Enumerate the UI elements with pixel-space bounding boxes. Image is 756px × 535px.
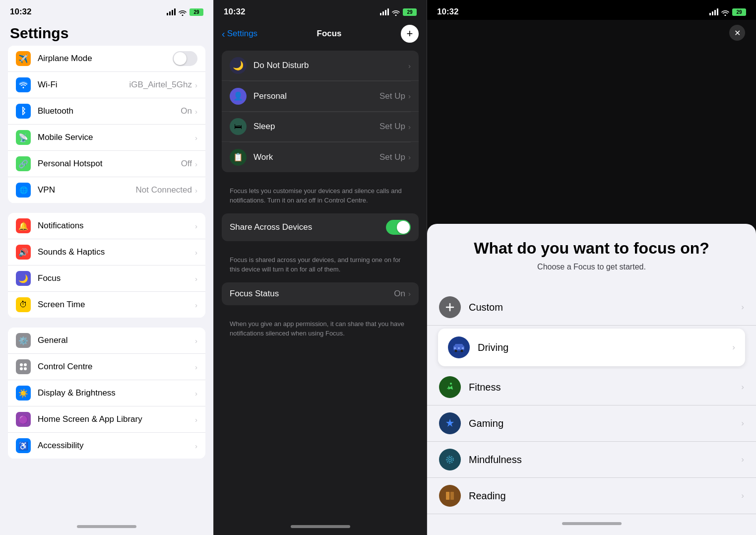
settings-group-general: ⚙️ General › Control Centre › <box>8 328 205 459</box>
screentime-chevron: › <box>195 301 197 309</box>
airplane-toggle[interactable] <box>173 51 197 66</box>
gaming-option-icon <box>439 412 461 434</box>
sounds-label: Sounds & Haptics <box>38 247 195 257</box>
dnd-label: Do Not Disturb <box>253 61 408 70</box>
sleep-focus-icon: 🛏 <box>230 118 247 135</box>
focus-icon: 🌙 <box>16 271 31 286</box>
focus-choice-modal: What do you want to focus on? Choose a F… <box>427 224 756 535</box>
bluetooth-value: On <box>181 106 192 116</box>
settings-item-accessibility[interactable]: ♿ Accessibility › <box>8 433 205 459</box>
vpn-icon: 🌐 <box>16 183 31 198</box>
home-indicator-3 <box>562 522 622 525</box>
add-focus-button[interactable]: + <box>401 25 419 43</box>
svg-point-11 <box>450 383 452 385</box>
back-to-settings-button[interactable]: ‹ Settings <box>222 28 257 40</box>
focus-nav-header: ‹ Settings Focus + <box>214 20 427 47</box>
notifications-label: Notifications <box>38 221 195 231</box>
reading-option-icon <box>439 485 461 507</box>
focus-status-item[interactable]: Focus Status On › <box>222 282 419 305</box>
svg-point-3 <box>24 367 27 370</box>
share-across-label: Share Across Devices <box>230 222 386 232</box>
custom-option-icon <box>439 296 461 318</box>
home-indicator-2 <box>291 525 350 528</box>
svg-point-2 <box>20 367 23 370</box>
focus-option-custom[interactable]: Custom › <box>427 289 756 326</box>
focus-item-work[interactable]: 📋 Work Set Up › <box>222 142 419 172</box>
settings-item-screentime[interactable]: ⏱ Screen Time › <box>8 292 205 318</box>
focus-option-mindfulness[interactable]: Mindfulness › <box>427 442 756 478</box>
homescreen-icon: 🟣 <box>16 412 31 427</box>
svg-rect-5 <box>455 344 463 347</box>
dnd-icon: 🌙 <box>230 57 247 74</box>
settings-page-title: Settings <box>10 25 203 42</box>
gaming-option-label: Gaming <box>469 418 741 429</box>
sleep-chevron: › <box>408 123 411 131</box>
focus-option-reading[interactable]: Reading › <box>427 478 756 514</box>
focus-option-gaming[interactable]: Gaming › <box>427 405 756 442</box>
settings-item-sounds[interactable]: 🔊 Sounds & Haptics › <box>8 239 205 266</box>
vpn-label: VPN <box>38 185 136 195</box>
svg-point-1 <box>24 363 27 366</box>
controlcentre-icon <box>16 359 31 374</box>
focus-panel: 10:32 29 ‹ Settings Focus + <box>213 0 427 535</box>
general-chevron: › <box>195 336 197 345</box>
focus-status-value: On <box>394 289 405 299</box>
driving-option-wrapper: Driving › <box>427 326 756 369</box>
display-icon: ☀️ <box>16 386 31 401</box>
battery-icon-3: 29 <box>732 8 746 16</box>
fitness-option-icon <box>439 376 461 398</box>
sleep-label: Sleep <box>253 122 379 132</box>
focus-info-text: Focus lets you customise your devices an… <box>222 182 419 213</box>
reading-option-label: Reading <box>469 490 741 502</box>
wifi-icon-2 <box>392 9 400 15</box>
share-across-toggle[interactable] <box>386 220 411 235</box>
settings-item-bluetooth[interactable]: ᛒ Bluetooth On › <box>8 98 205 125</box>
settings-item-focus[interactable]: 🌙 Focus › <box>8 266 205 292</box>
svg-rect-10 <box>462 347 464 349</box>
focus-option-driving[interactable]: Driving › <box>438 329 745 366</box>
settings-item-airplane[interactable]: ✈️ Airplane Mode <box>8 46 205 72</box>
work-label: Work <box>253 152 379 162</box>
sleep-value: Set Up <box>379 122 405 132</box>
status-icons-2: 29 <box>380 8 417 16</box>
modal-bottom <box>427 514 756 535</box>
focus-option-fitness[interactable]: Fitness › <box>427 369 756 405</box>
status-bar-3: 10:32 29 <box>427 0 756 20</box>
settings-item-vpn[interactable]: 🌐 VPN Not Connected › <box>8 177 205 203</box>
battery-icon-1: 29 <box>189 8 203 16</box>
settings-list: ✈️ Airplane Mode Wi-Fi iGB_Airtel_5Ghz › <box>0 46 213 518</box>
share-across-item[interactable]: Share Across Devices <box>222 213 419 241</box>
vpn-chevron: › <box>195 186 197 195</box>
focus-item-sleep[interactable]: 🛏 Sleep Set Up › <box>222 112 419 142</box>
focus-choice-panel: 10:32 29 ✕ What do you want to f <box>427 0 756 535</box>
settings-item-general[interactable]: ⚙️ General › <box>8 328 205 354</box>
focus-item-dnd[interactable]: 🌙 Do Not Disturb › <box>222 51 419 81</box>
focus-status-group: Focus Status On › <box>222 282 419 305</box>
personal-chevron: › <box>408 92 411 100</box>
settings-item-homescreen[interactable]: 🟣 Home Screen & App Library › <box>8 406 205 433</box>
svg-point-6 <box>455 350 457 352</box>
settings-item-wifi[interactable]: Wi-Fi iGB_Airtel_5Ghz › <box>8 72 205 98</box>
driving-option-chevron: › <box>732 342 735 352</box>
settings-item-hotspot[interactable]: 🔗 Personal Hotspot Off › <box>8 151 205 177</box>
settings-item-display[interactable]: ☀️ Display & Brightness › <box>8 380 205 406</box>
close-button[interactable]: ✕ <box>729 25 745 41</box>
status-bar-1: 10:32 29 <box>0 0 213 20</box>
focus-status-label: Focus Status <box>230 289 394 299</box>
status-icons-3: 29 <box>709 8 746 16</box>
mobile-chevron: › <box>195 134 197 142</box>
driving-option-icon <box>448 336 470 358</box>
fitness-option-label: Fitness <box>469 382 741 393</box>
focus-content: 🌙 Do Not Disturb › 👤 Personal Set Up › 🛏… <box>214 47 427 518</box>
airplane-icon: ✈️ <box>16 51 31 66</box>
focus-item-personal[interactable]: 👤 Personal Set Up › <box>222 81 419 112</box>
settings-item-mobile[interactable]: 📡 Mobile Service › <box>8 125 205 151</box>
mindfulness-option-chevron: › <box>741 455 744 465</box>
airplane-label: Airplane Mode <box>38 54 173 64</box>
settings-item-notifications[interactable]: 🔔 Notifications › <box>8 213 205 239</box>
settings-item-controlcentre[interactable]: Control Centre › <box>8 354 205 380</box>
time-2: 10:32 <box>224 7 245 17</box>
mindfulness-option-icon <box>439 449 461 470</box>
mobile-label: Mobile Service <box>38 133 195 142</box>
signal-icon-2 <box>380 8 389 15</box>
